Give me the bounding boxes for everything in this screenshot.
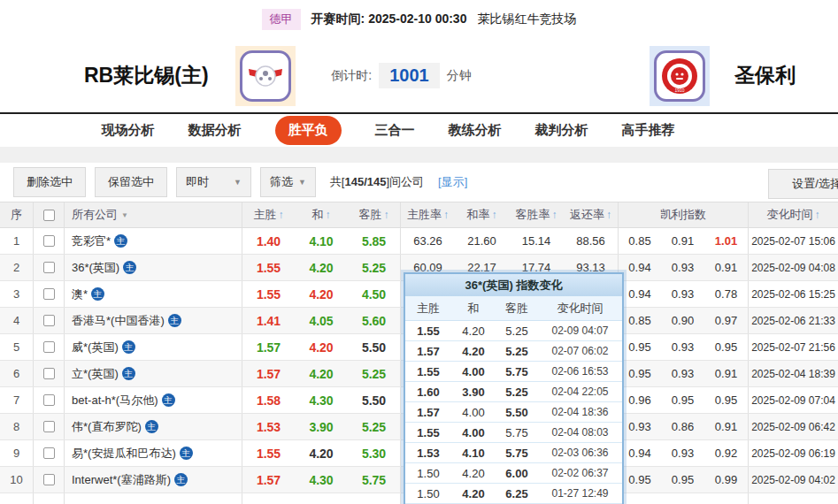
tab-7[interactable]: 高手推荐 [622,122,675,139]
primary-badge: 主 [145,420,158,433]
company-cell[interactable]: 伟*(直布罗陀)主 [64,414,242,439]
kelly-3: 0.91 [704,255,748,280]
home-odds: 1.55 [242,281,295,307]
tab-4[interactable]: 三合一 [375,122,415,139]
col-home-rate[interactable]: 主胜率↑ [400,202,455,227]
home-rate: 63.26 [400,228,455,254]
company-cell[interactable]: 澳*主 [64,281,242,307]
row-checkbox[interactable] [43,368,55,379]
popup-col-1: 主胜 [405,296,451,320]
company-cell[interactable]: 香港马*(中国香港)主 [64,308,242,333]
col-change-time[interactable]: 变化时间↑ [748,202,838,227]
row-seq: 5 [0,334,33,360]
kelly-1: 0.94 [618,281,661,307]
col-company[interactable]: 所有公司 ▼ [64,202,242,227]
company-name: Interwet*(塞浦路斯) [72,472,171,488]
company-name: 香港马*(中国香港) [72,313,165,329]
company-cell[interactable]: 易*(安提瓜和巴布达)主 [64,440,242,466]
tab-5[interactable]: 教练分析 [449,122,502,139]
popup-home-odds: 1.55 [405,362,451,381]
change-time: 2025-02-07 15:06 [748,228,838,254]
company-name: 澳* [72,286,88,302]
row-seq: 4 [0,308,33,333]
popup-away-odds: 5.75 [496,423,538,442]
tab-6[interactable]: 裁判分析 [535,122,588,139]
tab-3[interactable]: 胜平负 [275,116,342,145]
row-checkbox[interactable] [43,474,55,485]
tab-2[interactable]: 数据分析 [188,122,242,139]
popup-row: 1.504.206.0002-02 06:37 [405,463,622,484]
table-row: 1竞彩官*主1.404.105.8563.2621.6015.1488.560.… [0,228,838,255]
company-count-text: 共[145/145]间公司 [330,174,424,190]
popup-header-row: 主胜和客胜变化时间 [405,296,622,321]
tab-1[interactable]: 现场分析 [102,122,155,139]
partial-cell [748,493,838,504]
popup-row: 1.574.005.5002-04 18:36 [405,402,622,423]
select-all-checkbox[interactable] [43,210,55,221]
row-checkbox[interactable] [43,315,55,326]
odds-comparison-page: 德甲 开赛时间: 2025-02-10 00:30 莱比锡红牛竞技场 RB莱比锡… [0,0,838,504]
away-odds: 5.50 [348,334,400,360]
company-cell[interactable]: 威*(英国)主 [64,334,242,360]
col-draw-label: 和 [312,207,324,223]
col-home-odds[interactable]: 主胜↑ [242,202,295,227]
col-draw-rate[interactable]: 和率↑ [455,202,509,227]
home-team-name: RB莱比锡(主) [84,62,209,89]
row-seq: 8 [0,414,33,439]
row-checkbox[interactable] [43,341,55,353]
popup-change-time: 02-07 06:02 [538,341,622,361]
time-filter-dropdown[interactable]: 即时 ▼ [176,167,251,197]
sort-up-icon: ↑ [815,209,820,221]
col-company-label: 所有公司 [72,207,118,223]
col-away-rate[interactable]: 客胜率↑ [509,202,564,227]
keep-selected-button[interactable]: 保留选中 [95,167,167,197]
company-cell[interactable]: 36*(英国)主 [64,255,242,280]
popup-row: 1.554.005.7502-04 08:03 [405,423,622,443]
row-checkbox[interactable] [43,288,55,300]
away-odds: 5.25 [348,255,400,280]
tab-separator-band [0,147,838,163]
row-check-cell [33,281,64,307]
company-cell[interactable]: 竞彩官*主 [64,228,242,254]
popup-away-odds: 5.50 [496,402,538,422]
count-value: 145/145 [344,175,386,188]
row-checkbox[interactable] [43,447,55,459]
show-link[interactable]: [显示] [438,174,467,190]
primary-badge: 主 [174,473,188,486]
popup-away-odds: 5.75 [496,362,538,381]
col-away-label: 客胜 [359,207,382,223]
draw-odds: 4.30 [295,387,348,413]
col-seq: 序 [0,202,33,227]
filter-dropdown[interactable]: 筛选 ▼ [260,167,316,197]
sort-up-icon: ↑ [492,209,497,221]
odds-table-header: 序 所有公司 ▼ 主胜↑ 和↑ 客胜↑ 主胜率↑ 和率↑ 客胜率↑ 返还率↑ 凯… [0,202,838,228]
row-checkbox[interactable] [43,235,55,247]
row-checkbox[interactable] [43,262,55,273]
company-cell[interactable]: bet-at-h*(马尔他)主 [64,387,242,413]
col-return-rate[interactable]: 返还率↑ [564,202,618,227]
col-draw-odds[interactable]: 和↑ [295,202,348,227]
delete-selected-button[interactable]: 删除选中 [13,167,86,197]
col-away-odds[interactable]: 客胜↑ [348,202,400,227]
kelly-3: 0.91 [704,414,748,439]
home-odds: 1.40 [242,228,295,254]
change-time: 2025-02-09 07:04 [748,387,838,413]
row-check-cell [33,308,64,333]
company-cell[interactable]: 立*(英国)主 [64,361,242,386]
away-odds: 4.50 [348,281,400,307]
kelly-1: 0.95 [618,467,661,493]
row-seq: 9 [0,440,33,466]
popup-body: 1.554.205.2502-09 04:071.574.205.2502-07… [405,321,622,504]
settings-button[interactable]: 设置/选择 [768,169,838,199]
popup-draw-odds: 4.00 [451,362,496,381]
odds-change-popup: 36*(英国) 指数变化 主胜和客胜变化时间 1.554.205.2502-09… [404,272,624,504]
popup-title: 36*(英国) 指数变化 [405,274,622,296]
draw-odds: 4.20 [295,361,348,386]
teams-header: RB莱比锡(主) 倒计时: 1001 分钟 [0,39,838,112]
row-checkbox[interactable] [43,421,55,432]
sort-up-icon: ↑ [443,209,449,221]
company-cell[interactable]: Interwet*(塞浦路斯)主 [64,467,242,493]
row-checkbox[interactable] [43,394,55,406]
home-odds: 1.41 [242,308,295,333]
primary-badge: 主 [122,367,135,380]
